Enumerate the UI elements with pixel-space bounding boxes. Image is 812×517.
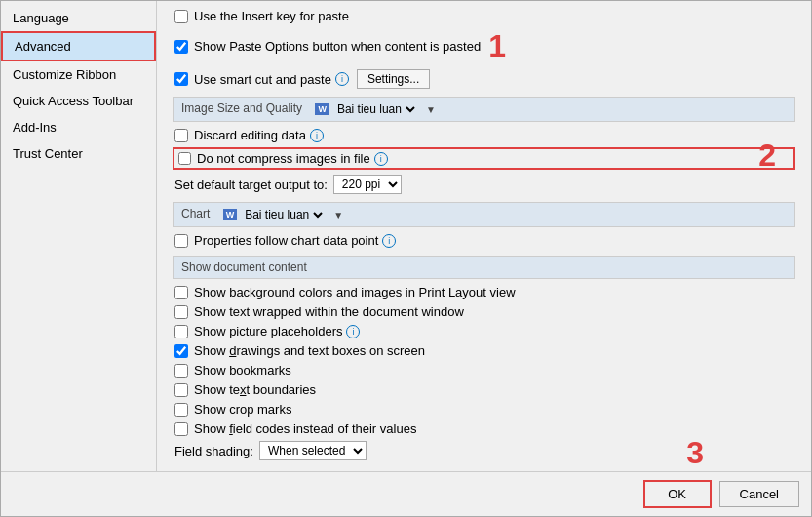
show-field-codes-checkbox[interactable] <box>174 422 188 436</box>
chart-section-header: Chart W Bai tieu luan ▼ <box>173 202 795 227</box>
use-insert-key-row: Use the Insert key for paste <box>173 9 795 23</box>
chart-dropdown-arrow-icon: ▼ <box>333 210 343 220</box>
image-quality-document-select[interactable]: Bai tieu luan <box>333 101 418 117</box>
ppi-select[interactable]: 220 ppi 96 ppi 150 ppi 330 ppi <box>333 175 402 194</box>
show-bg-colors-checkbox[interactable] <box>174 286 188 299</box>
show-picture-placeholders-row: Show picture placeholders i <box>173 324 795 338</box>
discard-editing-info-icon[interactable]: i <box>310 129 324 142</box>
step1-number: 1 <box>488 28 506 64</box>
show-paste-options-row: Show Paste Options button when content i… <box>173 28 795 64</box>
show-picture-placeholders-label: Show picture placeholders <box>194 324 342 338</box>
show-bookmarks-checkbox[interactable] <box>174 364 188 378</box>
show-drawings-checkbox[interactable] <box>174 344 188 358</box>
use-insert-key-label: Use the Insert key for paste <box>194 9 349 23</box>
show-crop-marks-label: Show crop marks <box>194 402 291 417</box>
smart-cut-info-icon[interactable]: i <box>335 72 349 86</box>
show-bookmarks-row: Show bookmarks <box>173 363 795 378</box>
dialog: Language Advanced Customize Ribbon Quick… <box>0 0 812 517</box>
main-content: Use the Insert key for paste Show Paste … <box>157 1 811 471</box>
use-insert-key-checkbox[interactable] <box>174 10 188 23</box>
show-crop-marks-checkbox[interactable] <box>174 403 188 417</box>
show-text-wrapped-row: Show text wrapped within the document wi… <box>173 304 795 319</box>
properties-follow-label: Properties follow chart data point <box>194 233 378 248</box>
show-drawings-row: Show drawings and text boxes on screen <box>173 343 795 358</box>
settings-button[interactable]: Settings... <box>357 69 430 89</box>
do-not-compress-info-icon[interactable]: i <box>374 152 388 166</box>
sidebar-item-trust-center[interactable]: Trust Center <box>1 140 156 167</box>
show-paste-options-label: Show Paste Options button when content i… <box>194 39 481 54</box>
top-options: Use the Insert key for paste Show Paste … <box>173 9 795 89</box>
chart-doc-icon: W <box>223 209 238 220</box>
show-drawings-label: Show drawings and text boxes on screen <box>194 343 425 358</box>
show-bg-colors-row: Show background colors and images in Pri… <box>173 285 795 299</box>
show-paste-options-checkbox[interactable] <box>174 40 188 54</box>
cancel-button[interactable]: Cancel <box>719 481 799 507</box>
show-crop-marks-row: Show crop marks <box>173 402 795 417</box>
show-document-section-header: Show document content <box>173 256 795 279</box>
smart-cut-checkbox[interactable] <box>174 72 188 86</box>
show-text-wrapped-label: Show text wrapped within the document wi… <box>194 304 464 319</box>
ppi-label: Set default target output to: <box>174 178 328 192</box>
dialog-body: Language Advanced Customize Ribbon Quick… <box>1 1 811 471</box>
sidebar-item-addins[interactable]: Add-Ins <box>1 114 156 140</box>
show-text-wrapped-checkbox[interactable] <box>174 305 188 319</box>
show-bookmarks-label: Show bookmarks <box>194 363 291 378</box>
smart-cut-label: Use smart cut and paste <box>194 72 331 87</box>
step2-area: Discard editing data i Do not compress i… <box>173 128 795 194</box>
show-text-boundaries-checkbox[interactable] <box>174 383 188 397</box>
ppi-row: Set default target output to: 220 ppi 96… <box>173 175 795 194</box>
sidebar: Language Advanced Customize Ribbon Quick… <box>1 1 157 471</box>
step3-number: 3 <box>686 435 704 471</box>
properties-follow-info-icon[interactable]: i <box>382 234 396 248</box>
do-not-compress-checkbox[interactable] <box>178 152 191 165</box>
do-not-compress-label: Do not compress images in file <box>197 151 370 166</box>
show-text-boundaries-label: Show text boundaries <box>194 382 316 397</box>
field-shading-select[interactable]: When selected Always Never <box>259 441 367 460</box>
sidebar-item-advanced[interactable]: Advanced <box>1 31 156 61</box>
show-bg-colors-label: Show background colors and images in Pri… <box>194 285 516 299</box>
image-quality-section-header: Image Size and Quality W Bai tieu luan ▼ <box>173 97 795 122</box>
field-shading-label: Field shading: <box>174 444 253 458</box>
smart-cut-row: Use smart cut and paste i Settings... <box>173 69 795 89</box>
discard-editing-label: Discard editing data <box>194 128 306 142</box>
chart-document-select[interactable]: Bai tieu luan <box>241 207 326 222</box>
properties-follow-checkbox[interactable] <box>174 234 188 248</box>
sidebar-item-quick-access[interactable]: Quick Access Toolbar <box>1 88 156 114</box>
do-not-compress-row: Do not compress images in file i <box>173 147 795 170</box>
properties-follow-row: Properties follow chart data point i <box>173 233 795 248</box>
sidebar-item-language[interactable]: Language <box>1 5 156 31</box>
picture-placeholders-info-icon[interactable]: i <box>346 325 360 338</box>
step2-number: 2 <box>758 138 776 174</box>
dialog-footer: 3 OK Cancel <box>1 471 811 516</box>
show-picture-placeholders-checkbox[interactable] <box>174 325 188 338</box>
show-field-codes-row: Show field codes instead of their values <box>173 421 795 436</box>
discard-editing-checkbox[interactable] <box>174 129 188 142</box>
dropdown-arrow-icon: ▼ <box>426 104 436 115</box>
show-text-boundaries-row: Show text boundaries <box>173 382 795 397</box>
show-document-options: Show background colors and images in Pri… <box>173 285 795 460</box>
ok-button[interactable]: OK <box>643 480 712 508</box>
doc-icon: W <box>315 103 329 115</box>
show-field-codes-label: Show field codes instead of their values <box>194 421 416 436</box>
sidebar-item-customize-ribbon[interactable]: Customize Ribbon <box>1 61 156 88</box>
discard-editing-row: Discard editing data i <box>173 128 795 142</box>
